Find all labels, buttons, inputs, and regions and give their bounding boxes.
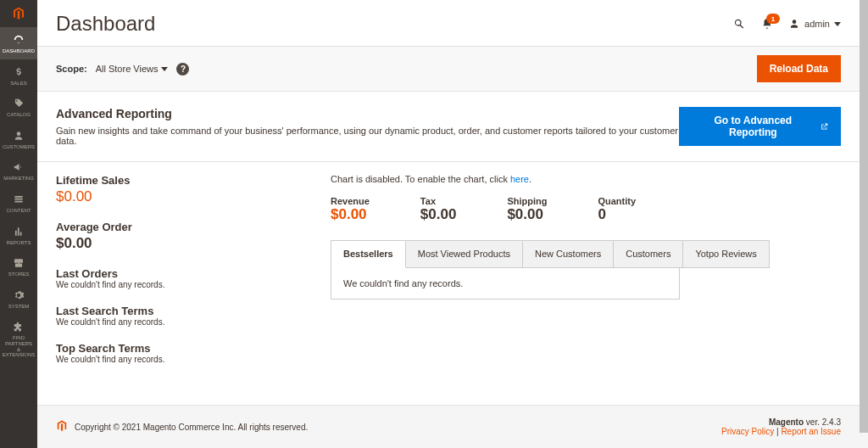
notifications-badge: 1	[766, 14, 780, 24]
quantity-label: Quantity	[598, 196, 636, 206]
dashboard-icon	[13, 34, 25, 46]
scope-select[interactable]: All Store Views	[96, 64, 169, 74]
go-advanced-reporting-button[interactable]: Go to Advanced Reporting	[679, 107, 841, 146]
brand-logo[interactable]	[0, 0, 37, 27]
top-search-title: Top Search Terms	[56, 342, 310, 355]
chart-disabled-message: Chart is disabled. To enable the chart, …	[331, 174, 841, 184]
last-search-title: Last Search Terms	[56, 305, 310, 317]
chart-msg-prefix: Chart is disabled. To enable the chart, …	[331, 174, 510, 184]
footer-brand: Magento	[769, 417, 804, 427]
sidebar-item-label: CUSTOMERS	[3, 144, 35, 150]
metrics-row: Revenue $0.00 Tax $0.00 Shipping $0.00 Q…	[331, 196, 841, 223]
dollar-icon	[13, 66, 25, 78]
scope-help-button[interactable]: ?	[176, 63, 189, 76]
quantity-value: 0	[598, 206, 636, 223]
user-icon	[788, 18, 800, 30]
right-column: Chart is disabled. To enable the chart, …	[331, 174, 841, 379]
avg-order-value: $0.00	[56, 235, 310, 252]
sidebar-item-label: DASHBOARD	[3, 48, 35, 54]
tab-most-viewed[interactable]: Most Viewed Products	[406, 241, 523, 267]
tab-customers[interactable]: Customers	[614, 241, 683, 267]
revenue-label: Revenue	[331, 196, 370, 206]
sidebar-item-customers[interactable]: CUSTOMERS	[0, 123, 37, 155]
external-link-icon	[820, 122, 829, 132]
user-name: admin	[804, 19, 830, 29]
tag-icon	[13, 98, 25, 109]
scope-value: All Store Views	[96, 64, 159, 74]
megaphone-icon	[13, 161, 25, 173]
person-icon	[13, 130, 25, 142]
reload-data-button[interactable]: Reload Data	[757, 55, 841, 82]
lifetime-sales-label: Lifetime Sales	[56, 174, 310, 187]
avg-order-label: Average Order	[56, 221, 310, 233]
enable-chart-link[interactable]: here	[510, 174, 529, 184]
sidebar-item-label: STORES	[8, 272, 30, 277]
chevron-down-icon	[161, 67, 168, 71]
user-menu[interactable]: admin	[788, 18, 841, 30]
header-actions: 1 admin	[732, 17, 841, 31]
tab-yotpo-reviews[interactable]: Yotpo Reviews	[683, 241, 768, 267]
gear-icon	[13, 289, 25, 301]
sidebar-item-dashboard[interactable]: DASHBOARD	[0, 27, 37, 59]
last-orders-title: Last Orders	[56, 267, 310, 280]
copyright-text: Copyright © 2021 Magento Commerce Inc. A…	[75, 423, 308, 432]
advanced-reporting-section: Advanced Reporting Gain new insights and…	[37, 92, 860, 162]
vertical-scrollbar[interactable]	[860, 0, 868, 448]
search-button[interactable]	[732, 17, 746, 31]
scope-label: Scope:	[56, 64, 87, 74]
sidebar-item-label: SYSTEM	[8, 304, 30, 310]
last-search-empty: We couldn't find any records.	[56, 317, 310, 327]
shipping-label: Shipping	[507, 196, 547, 206]
sidebar-item-sales[interactable]: SALES	[0, 59, 37, 92]
advanced-reporting-desc: Gain new insights and take command of yo…	[56, 126, 679, 146]
magento-logo-icon	[56, 420, 68, 432]
tab-new-customers[interactable]: New Customers	[523, 241, 614, 267]
dashboard-body: Lifetime Sales $0.00 Average Order $0.00…	[37, 162, 860, 391]
sidebar-item-catalog[interactable]: CATALOG	[0, 91, 37, 123]
revenue-value: $0.00	[331, 206, 370, 223]
last-orders-empty: We couldn't find any records.	[56, 280, 310, 289]
scope-bar: Scope: All Store Views ? Reload Data	[37, 46, 860, 92]
store-icon	[13, 257, 25, 269]
tax-value: $0.00	[420, 206, 457, 223]
chart-msg-suffix: .	[529, 174, 531, 184]
page-title: Dashboard	[56, 12, 155, 36]
dashboard-tabs: Bestsellers Most Viewed Products New Cus…	[331, 240, 770, 268]
sidebar-item-label: CONTENT	[7, 208, 31, 214]
top-search-empty: We couldn't find any records.	[56, 355, 310, 364]
scrollbar-thumb[interactable]	[860, 0, 868, 433]
puzzle-icon	[13, 321, 25, 333]
sidebar-item-partners[interactable]: FIND PARTNERS & EXTENSIONS	[0, 314, 37, 362]
report-issue-link[interactable]: Report an Issue	[781, 427, 841, 436]
left-column: Lifetime Sales $0.00 Average Order $0.00…	[56, 174, 310, 379]
advanced-reporting-title: Advanced Reporting	[56, 107, 679, 120]
page-footer: Copyright © 2021 Magento Commerce Inc. A…	[37, 405, 860, 448]
sidebar-item-label: MARKETING	[3, 176, 34, 182]
sidebar-item-label: FIND PARTNERS & EXTENSIONS	[0, 335, 37, 357]
sidebar-item-content[interactable]: CONTENT	[0, 187, 37, 219]
sidebar-item-stores[interactable]: STORES	[0, 250, 37, 283]
footer-logo-icon	[56, 420, 68, 434]
version-prefix: ver.	[804, 417, 822, 427]
version-number: 2.4.3	[822, 417, 841, 427]
tab-content: We couldn't find any records.	[331, 268, 680, 300]
tab-bestsellers[interactable]: Bestsellers	[331, 241, 406, 268]
sidebar-item-marketing[interactable]: MARKETING	[0, 154, 37, 187]
sidebar-item-reports[interactable]: REPORTS	[0, 219, 37, 251]
sidebar-item-system[interactable]: SYSTEM	[0, 283, 37, 315]
tax-label: Tax	[420, 196, 457, 206]
chevron-down-icon	[834, 22, 841, 26]
layers-icon	[13, 193, 25, 205]
main-content: Dashboard 1 admin Scope: All Store Views	[37, 0, 860, 448]
sidebar-nav: DASHBOARD SALES CATALOG CUSTOMERS MARKET…	[0, 0, 37, 448]
shipping-value: $0.00	[507, 206, 547, 223]
sidebar-item-label: SALES	[10, 81, 26, 87]
notifications-button[interactable]: 1	[761, 18, 773, 30]
tab-empty-message: We couldn't find any records.	[343, 278, 463, 288]
privacy-policy-link[interactable]: Privacy Policy	[721, 427, 774, 436]
button-label: Go to Advanced Reporting	[691, 115, 815, 138]
page-header: Dashboard 1 admin	[37, 0, 860, 46]
magento-logo-icon	[12, 7, 25, 20]
bar-chart-icon	[13, 226, 25, 238]
sidebar-item-label: REPORTS	[7, 240, 31, 246]
